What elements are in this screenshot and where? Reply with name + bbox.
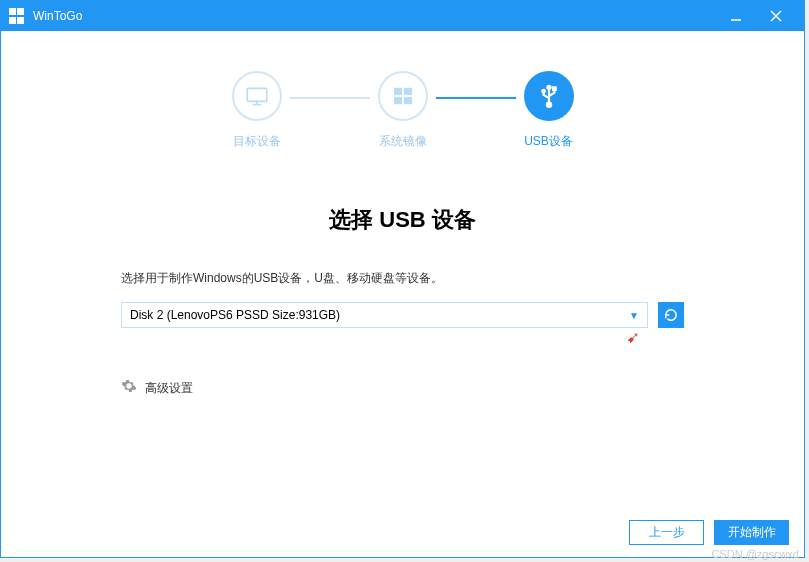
advanced-settings[interactable]: 高级设置 xyxy=(121,378,684,398)
svg-point-12 xyxy=(546,103,550,107)
previous-button[interactable]: 上一步 xyxy=(629,520,704,545)
minimize-button[interactable] xyxy=(716,1,756,31)
step-usb-device: USB设备 xyxy=(524,71,574,150)
monitor-icon xyxy=(232,71,282,121)
gear-icon xyxy=(121,378,137,398)
advanced-label: 高级设置 xyxy=(145,380,193,397)
app-icon xyxy=(9,8,25,24)
svg-rect-14 xyxy=(553,87,556,90)
chevron-down-icon: ▼ xyxy=(629,310,639,321)
page-title: 选择 USB 设备 xyxy=(121,205,684,235)
close-button[interactable] xyxy=(756,1,796,31)
description: 选择用于制作Windows的USB设备，U盘、移动硬盘等设备。 xyxy=(121,270,684,287)
windows-icon xyxy=(378,71,428,121)
device-dropdown[interactable]: Disk 2 (LenovoPS6 PSSD Size:931GB) ▼ ➸ xyxy=(121,302,648,328)
svg-point-13 xyxy=(542,90,545,93)
svg-rect-7 xyxy=(403,88,411,95)
selected-device: Disk 2 (LenovoPS6 PSSD Size:931GB) xyxy=(130,308,340,322)
svg-rect-9 xyxy=(403,97,411,104)
refresh-button[interactable] xyxy=(658,302,684,328)
wizard-steps: 目标设备 系统镜像 USB设备 xyxy=(1,31,804,165)
refresh-icon xyxy=(664,308,678,322)
usb-icon xyxy=(524,71,574,121)
start-button[interactable]: 开始制作 xyxy=(714,520,789,545)
step-connector xyxy=(290,97,370,99)
watermark: CSDN @zgscwxd xyxy=(711,548,799,560)
step-label: 系统镜像 xyxy=(379,133,427,150)
svg-rect-6 xyxy=(393,88,401,95)
step-label: 目标设备 xyxy=(233,133,281,150)
annotation-arrow: ➸ xyxy=(621,326,644,349)
step-label: USB设备 xyxy=(524,133,573,150)
step-target-device: 目标设备 xyxy=(232,71,282,150)
step-connector xyxy=(436,97,516,99)
svg-rect-8 xyxy=(393,97,401,104)
titlebar: WinToGo xyxy=(1,1,804,31)
step-system-image: 系统镜像 xyxy=(378,71,428,150)
svg-rect-3 xyxy=(247,88,267,101)
app-title: WinToGo xyxy=(33,9,716,23)
